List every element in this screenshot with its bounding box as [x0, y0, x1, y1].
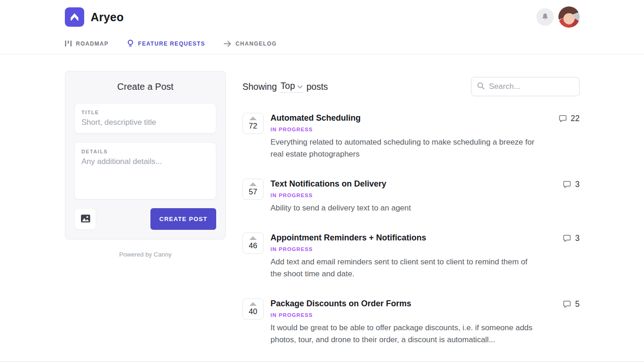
post-item[interactable]: 40 Package Discounts on Order Forms IN P… [242, 298, 580, 346]
nav-roadmap[interactable]: ROADMAP [65, 40, 109, 47]
post-description: It would be great to be able to offer pa… [270, 322, 538, 346]
search-icon [477, 82, 485, 92]
comment-count: 5 [563, 299, 580, 309]
posts-list: 72 Automated Scheduling IN PROGRESS Ever… [242, 113, 580, 346]
post-title[interactable]: Text Notifications on Delivery [270, 179, 411, 189]
post-item[interactable]: 46 Appointment Reminders + Notifications… [242, 233, 580, 280]
upvote-arrow-icon [249, 236, 257, 240]
bell-icon [541, 12, 549, 22]
image-icon [80, 214, 91, 224]
comment-count-value: 3 [575, 234, 580, 243]
upvote-arrow-icon [249, 182, 257, 186]
showing-sort-control: Showing Top posts [242, 81, 328, 93]
post-description: Ability to send a delivery text to an ag… [270, 202, 411, 214]
sort-value: Top [281, 81, 295, 91]
roadmap-icon [65, 40, 72, 47]
details-field-label: DETAILS [81, 149, 209, 154]
nav-roadmap-label: ROADMAP [76, 41, 109, 47]
comment-icon [563, 234, 571, 243]
vote-count: 57 [249, 187, 257, 196]
status-badge: IN PROGRESS [270, 127, 538, 132]
upvote-arrow-icon [249, 117, 257, 120]
page: Aryeo [0, 0, 644, 362]
comment-icon [563, 180, 571, 189]
comment-count-value: 3 [575, 180, 580, 189]
vote-count: 40 [249, 307, 257, 316]
status-badge: IN PROGRESS [270, 246, 538, 252]
post-item[interactable]: 72 Automated Scheduling IN PROGRESS Ever… [242, 113, 580, 160]
user-avatar[interactable] [558, 6, 580, 28]
upvote-button[interactable]: 72 [242, 113, 264, 134]
showing-suffix: posts [306, 82, 328, 92]
comment-icon [563, 300, 571, 309]
details-input[interactable] [81, 157, 209, 193]
nav-changelog[interactable]: CHANGELOG [224, 41, 277, 47]
post-title[interactable]: Automated Scheduling [270, 113, 538, 123]
chevron-down-icon [297, 81, 303, 91]
showing-prefix: Showing [242, 82, 277, 92]
nav-feature-requests[interactable]: FEATURE REQUESTS [127, 40, 205, 47]
app-header: Aryeo [0, 0, 644, 54]
comment-icon [558, 114, 567, 123]
status-badge: IN PROGRESS [270, 312, 538, 318]
post-title[interactable]: Package Discounts on Order Forms [270, 298, 538, 309]
create-post-panel: Create a Post TITLE DETAILS [65, 71, 226, 239]
upvote-button[interactable]: 57 [242, 179, 264, 200]
arrow-right-icon [224, 41, 231, 47]
sort-dropdown[interactable]: Top [281, 81, 303, 93]
notifications-button[interactable] [536, 8, 554, 26]
posts-column: Showing Top posts [242, 77, 580, 362]
upvote-arrow-icon [249, 302, 257, 306]
comment-count: 3 [563, 234, 580, 243]
post-item[interactable]: 57 Text Notifications on Delivery IN PRO… [242, 179, 580, 214]
create-post-heading: Create a Post [75, 82, 216, 92]
vote-count: 72 [249, 122, 257, 130]
brand-name: Aryeo [91, 11, 124, 24]
vote-count: 46 [249, 241, 257, 250]
nav-changelog-label: CHANGELOG [236, 41, 277, 47]
details-field-card[interactable]: DETAILS [75, 142, 216, 199]
search-input[interactable] [489, 82, 574, 91]
search-box[interactable] [471, 77, 580, 96]
title-field-label: TITLE [81, 110, 209, 115]
comment-count: 22 [558, 114, 580, 123]
attach-image-button[interactable] [75, 208, 96, 230]
title-field-card[interactable]: TITLE [75, 103, 216, 134]
upvote-button[interactable]: 40 [242, 298, 264, 320]
lightbulb-icon [127, 40, 134, 47]
comment-count-value: 22 [571, 114, 580, 123]
upvote-button[interactable]: 46 [242, 233, 264, 254]
nav-feature-requests-label: FEATURE REQUESTS [138, 41, 205, 47]
powered-by-canny[interactable]: Powered by Canny [65, 251, 226, 258]
comment-count: 3 [563, 180, 580, 189]
board-nav: ROADMAP FEATURE REQUESTS [65, 40, 580, 47]
brand-logo-icon [65, 7, 84, 27]
create-post-button[interactable]: CREATE POST [150, 208, 216, 230]
post-description: Everything related to automated scheduli… [270, 136, 538, 160]
brand: Aryeo [65, 7, 124, 27]
post-description: Add text and email reminders sent to cli… [270, 256, 538, 280]
status-badge: IN PROGRESS [270, 193, 411, 198]
title-input[interactable] [81, 118, 209, 127]
comment-count-value: 5 [575, 299, 580, 309]
post-title[interactable]: Appointment Reminders + Notifications [270, 233, 538, 243]
